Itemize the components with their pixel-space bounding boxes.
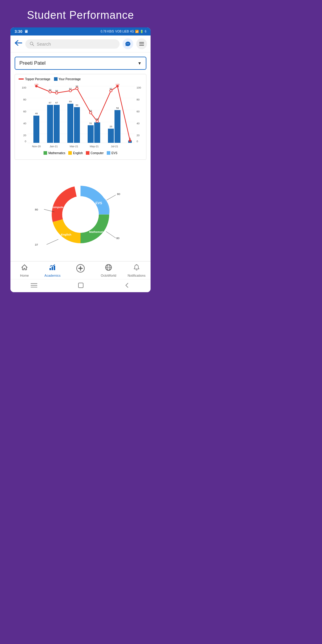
math-segment-label: Mathemati... bbox=[89, 230, 106, 233]
bar-jan21b bbox=[54, 105, 60, 143]
svg-text:Jan-21: Jan-21 bbox=[49, 145, 58, 148]
computer-segment-label: Compute... bbox=[51, 205, 66, 209]
svg-text:Jul-21: Jul-21 bbox=[111, 145, 118, 148]
chat-button[interactable] bbox=[123, 38, 133, 49]
nav-octoworld-label: OctoWorld bbox=[101, 274, 116, 277]
svg-line-52 bbox=[50, 265, 51, 267]
bar-jul21b bbox=[114, 110, 120, 143]
svg-text:Mar-21: Mar-21 bbox=[70, 145, 78, 148]
bar-jan21a bbox=[47, 105, 53, 143]
svg-text:60: 60 bbox=[137, 110, 140, 113]
svg-text:20: 20 bbox=[23, 134, 26, 137]
svg-text:25: 25 bbox=[110, 125, 112, 128]
status-network: 0.78 KB/S bbox=[100, 30, 114, 33]
svg-text:92: 92 bbox=[110, 87, 112, 90]
back-button[interactable] bbox=[14, 40, 22, 48]
svg-line-1 bbox=[32, 44, 34, 46]
bar-may21a bbox=[88, 125, 94, 143]
english-segment-label: English bbox=[61, 233, 72, 236]
svg-point-62 bbox=[136, 264, 137, 265]
page-title: Student Performance bbox=[21, 0, 140, 27]
svg-text:100: 100 bbox=[22, 86, 26, 89]
computer-value-label: 80 bbox=[35, 208, 38, 211]
home-icon bbox=[21, 264, 28, 273]
math-label-line bbox=[106, 231, 116, 238]
svg-text:80: 80 bbox=[137, 98, 140, 101]
svg-text:100: 100 bbox=[115, 83, 120, 86]
bar-jul21a bbox=[108, 129, 114, 143]
svg-text:4: 4 bbox=[129, 137, 131, 140]
svg-text:48: 48 bbox=[35, 112, 38, 115]
legend-evs-color bbox=[107, 151, 110, 155]
svg-text:96: 96 bbox=[76, 85, 78, 88]
svg-text:88: 88 bbox=[55, 89, 58, 92]
content-area: Preeti Patel ▼ Topper Percentage Your Pe… bbox=[10, 52, 151, 261]
svg-point-2 bbox=[127, 44, 127, 44]
android-back-btn[interactable] bbox=[124, 283, 130, 290]
student-name: Preeti Patel bbox=[19, 60, 46, 66]
legend-math: Mathematics bbox=[44, 151, 65, 155]
legend-topper-label: Topper Percentage bbox=[25, 78, 50, 81]
donut-chart-section: EVS Mathemati... English Compute... 80 8… bbox=[15, 165, 146, 257]
svg-text:67: 67 bbox=[55, 101, 58, 104]
bottom-nav: Home Academics bbox=[10, 261, 151, 279]
svg-text:0: 0 bbox=[25, 140, 26, 143]
notifications-icon bbox=[133, 264, 140, 273]
svg-rect-66 bbox=[78, 283, 83, 288]
nav-academics-label: Academics bbox=[44, 274, 61, 277]
menu-line-1 bbox=[139, 42, 144, 43]
student-dropdown[interactable]: Preeti Patel ▼ bbox=[15, 57, 146, 70]
donut-chart-svg: EVS Mathemati... English Compute... 80 8… bbox=[33, 168, 128, 251]
dot-jan21b bbox=[55, 92, 58, 94]
legend-math-label: Mathematics bbox=[48, 151, 65, 155]
svg-text:Nov-20: Nov-20 bbox=[32, 145, 41, 148]
svg-text:90: 90 bbox=[49, 89, 52, 91]
bar-nov20 bbox=[33, 116, 39, 143]
legend-english-label: English bbox=[73, 151, 83, 155]
nav-center[interactable] bbox=[66, 264, 95, 277]
svg-text:53: 53 bbox=[89, 109, 92, 112]
dropdown-arrow-icon: ▼ bbox=[137, 61, 142, 66]
math-value-label: 80 bbox=[116, 236, 120, 240]
svg-text:40: 40 bbox=[137, 122, 140, 125]
svg-text:38: 38 bbox=[96, 118, 99, 120]
android-menu-btn[interactable] bbox=[31, 283, 37, 290]
status-signal: 4G bbox=[130, 30, 134, 33]
menu-button[interactable] bbox=[136, 38, 147, 49]
android-home-btn[interactable] bbox=[78, 282, 84, 290]
nav-home[interactable]: Home bbox=[10, 264, 38, 277]
svg-text:100: 100 bbox=[137, 86, 141, 89]
menu-line-3 bbox=[139, 45, 144, 46]
phone-frame: 3:30 🖥 0.78 KB/S VOB LtEB 4G 📶 🔋 6 Searc… bbox=[10, 27, 151, 292]
status-time: 3:30 bbox=[15, 29, 22, 34]
search-placeholder: Search bbox=[37, 41, 51, 47]
nav-notifications[interactable]: Notifications bbox=[123, 264, 151, 277]
bar-chart-bottom-legend: Mathematics English Computer EVS bbox=[17, 151, 144, 155]
svg-text:31: 31 bbox=[89, 122, 92, 125]
nav-octoworld[interactable]: OctoWorld bbox=[95, 264, 123, 277]
legend-yours-label: Your Percentage bbox=[59, 78, 81, 81]
legend-computer: Computer bbox=[86, 151, 104, 155]
legend-math-color bbox=[44, 151, 47, 155]
svg-text:May-21: May-21 bbox=[90, 145, 99, 148]
svg-text:80: 80 bbox=[23, 98, 26, 101]
english-label-line bbox=[47, 239, 58, 245]
svg-text:67: 67 bbox=[49, 101, 52, 104]
status-network2: VOB LtEB bbox=[115, 30, 129, 33]
dot-may21b bbox=[96, 120, 98, 123]
search-bar[interactable]: Search bbox=[25, 39, 120, 49]
legend-computer-label: Computer bbox=[91, 151, 104, 155]
menu-line-2 bbox=[139, 44, 144, 44]
status-bar: 3:30 🖥 0.78 KB/S VOB LtEB 4G 📶 🔋 6 bbox=[10, 27, 151, 35]
svg-line-53 bbox=[51, 265, 52, 266]
nav-notifications-label: Notifications bbox=[128, 274, 145, 277]
evs-value-label: 80 bbox=[117, 192, 120, 196]
svg-text:58: 58 bbox=[116, 107, 119, 109]
svg-text:100: 100 bbox=[34, 83, 38, 86]
svg-text:92: 92 bbox=[69, 87, 72, 90]
nav-academics[interactable]: Academics bbox=[38, 264, 66, 277]
legend-evs: EVS bbox=[107, 151, 117, 155]
svg-text:63: 63 bbox=[76, 104, 78, 106]
battery-level: 6 bbox=[145, 30, 146, 33]
donut-hole bbox=[62, 196, 99, 233]
